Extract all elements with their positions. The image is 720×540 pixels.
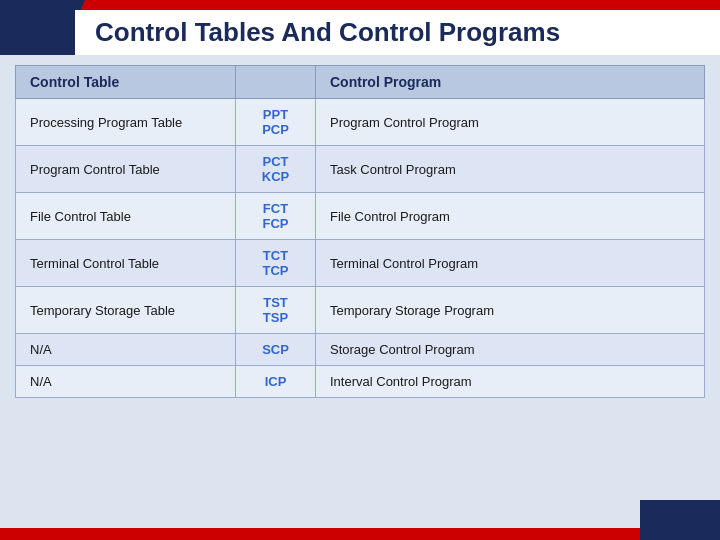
control-table-cell: N/A	[16, 334, 236, 366]
abbr-cell: FCT FCP	[236, 193, 316, 240]
control-program-cell: File Control Program	[316, 193, 705, 240]
abbr-cell: PCT KCP	[236, 146, 316, 193]
abbr-cell: TCT TCP	[236, 240, 316, 287]
top-bar-red	[0, 0, 720, 10]
control-program-cell: Terminal Control Program	[316, 240, 705, 287]
control-program-cell: Program Control Program	[316, 99, 705, 146]
table-row: Temporary Storage TableTST TSPTemporary …	[16, 287, 705, 334]
abbr-cell: ICP	[236, 366, 316, 398]
header-title-bar: Control Tables And Control Programs	[75, 10, 720, 55]
control-tables-table: Control Table Control Program Processing…	[15, 65, 705, 398]
table-row: N/AICPInterval Control Program	[16, 366, 705, 398]
table-row: N/ASCPStorage Control Program	[16, 334, 705, 366]
content-area: Control Table Control Program Processing…	[15, 65, 705, 520]
abbr-cell: SCP	[236, 334, 316, 366]
col-header-control-table: Control Table	[16, 66, 236, 99]
control-table-cell: Temporary Storage Table	[16, 287, 236, 334]
control-program-cell: Storage Control Program	[316, 334, 705, 366]
table-row: Program Control TablePCT KCPTask Control…	[16, 146, 705, 193]
control-table-cell: Terminal Control Table	[16, 240, 236, 287]
table-row: File Control TableFCT FCPFile Control Pr…	[16, 193, 705, 240]
control-table-cell: Program Control Table	[16, 146, 236, 193]
bottom-navy	[640, 500, 720, 540]
bottom-bar	[0, 528, 720, 540]
table-row: Processing Program TablePPT PCPProgram C…	[16, 99, 705, 146]
control-program-cell: Task Control Program	[316, 146, 705, 193]
control-table-cell: Processing Program Table	[16, 99, 236, 146]
table-row: Terminal Control TableTCT TCPTerminal Co…	[16, 240, 705, 287]
col-header-control-program: Control Program	[316, 66, 705, 99]
control-program-cell: Interval Control Program	[316, 366, 705, 398]
slide-title: Control Tables And Control Programs	[95, 17, 560, 48]
control-table-cell: File Control Table	[16, 193, 236, 240]
control-table-cell: N/A	[16, 366, 236, 398]
col-header-abbr	[236, 66, 316, 99]
abbr-cell: TST TSP	[236, 287, 316, 334]
slide-container: Control Tables And Control Programs Cont…	[0, 0, 720, 540]
control-program-cell: Temporary Storage Program	[316, 287, 705, 334]
abbr-cell: PPT PCP	[236, 99, 316, 146]
